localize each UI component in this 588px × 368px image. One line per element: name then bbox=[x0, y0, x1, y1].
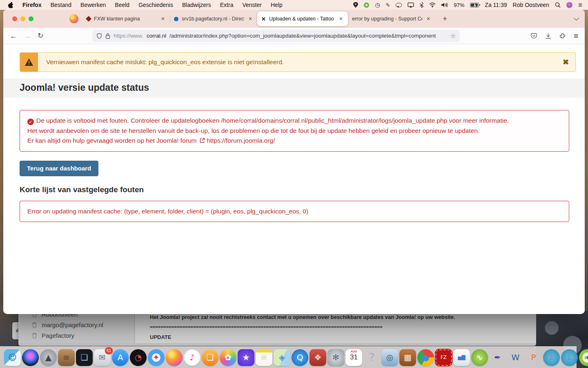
dock-powerpoint-icon[interactable]: P bbox=[525, 349, 542, 366]
url-bar[interactable]: https://www.corral.nl/administrator/inde… bbox=[92, 30, 460, 42]
url-path: /administrator/index.php?option=com_joom… bbox=[169, 33, 436, 39]
dock-firefox-icon[interactable] bbox=[166, 349, 183, 366]
error-line-1: ✓De update is voltooid met fouten. Contr… bbox=[27, 116, 561, 126]
volume-icon[interactable] bbox=[441, 2, 448, 7]
app-menu-icon[interactable]: ≡ bbox=[574, 32, 578, 40]
blue-circle-favicon bbox=[174, 17, 178, 21]
dock-keynote-icon[interactable]: ▦ bbox=[399, 349, 416, 366]
download-icon[interactable] bbox=[545, 33, 551, 39]
spotlight-search-icon[interactable] bbox=[555, 2, 561, 8]
minimize-window-button[interactable] bbox=[20, 16, 25, 21]
airplay-display-icon[interactable] bbox=[408, 2, 414, 8]
time-machine-icon[interactable]: ◷ bbox=[375, 2, 380, 8]
navigation-toolbar: ← → ↻ https://www.corral.nl/administrato… bbox=[3, 28, 585, 44]
list-all-tabs-chevron-icon[interactable] bbox=[574, 16, 579, 21]
tab-joomla-update-active[interactable]: ✕ Uploaden & updaten - Tattoo & ✕ bbox=[257, 11, 348, 26]
tab-close-icon[interactable]: ✕ bbox=[160, 16, 166, 22]
dock-filezilla-icon[interactable]: FZ bbox=[435, 349, 452, 366]
dock-preview-icon[interactable]: ◎ bbox=[381, 349, 398, 366]
menu-bestand[interactable]: Bestand bbox=[51, 2, 71, 8]
forward-button[interactable]: → bbox=[24, 32, 31, 40]
dock-green-swoosh-app-icon[interactable]: ∿ bbox=[471, 349, 488, 366]
dock-dashboard-icon[interactable]: ◔ bbox=[130, 349, 147, 366]
error-line-2: Het wordt aanbevolen om de site te herst… bbox=[27, 126, 561, 136]
back-button[interactable]: ← bbox=[10, 32, 17, 40]
error-check-icon: ✓ bbox=[27, 119, 34, 125]
wifi-icon[interactable] bbox=[429, 2, 436, 7]
battery-percentage: 97% bbox=[454, 2, 464, 8]
dock-remote-sync-1-icon[interactable]: ⇓ bbox=[543, 349, 560, 366]
tab-close-icon[interactable]: ✕ bbox=[247, 16, 253, 22]
extensions-puzzle-icon[interactable] bbox=[559, 33, 566, 39]
menu-bladwijzers[interactable]: Bladwijzers bbox=[182, 2, 211, 8]
dock-quicktime-icon[interactable]: Q bbox=[292, 349, 308, 366]
dock-launchpad-icon[interactable]: ▲ bbox=[40, 349, 57, 366]
pencil-icon[interactable]: ✎ bbox=[385, 2, 390, 8]
dock: ☺▲≡❏✉61A◔✦♪❏✿★≡◈Q❖✻AUG31?◎▦●FZ▅▇∿✒WP⇓⇓❧≈… bbox=[0, 346, 577, 368]
dock-photo-booth-icon[interactable]: ❖ bbox=[310, 349, 326, 366]
menu-app-name[interactable]: Firefox bbox=[22, 2, 42, 8]
menu-clock[interactable]: Za 11:39 bbox=[485, 2, 507, 8]
dock-finder-icon[interactable]: ☺ bbox=[4, 349, 21, 366]
dock-calendar-icon[interactable]: AUG31 bbox=[345, 349, 362, 366]
bluetooth-icon[interactable] bbox=[420, 2, 423, 8]
dock-photos-icon[interactable]: ✿ bbox=[220, 349, 236, 366]
mail-body-line: Het Joomla! project zal nooit rechtstree… bbox=[150, 314, 536, 320]
update-error-box: ✓De update is voltooid met fouten. Contr… bbox=[20, 110, 569, 152]
lock-icon[interactable] bbox=[105, 33, 110, 39]
error-line-3: Er kan altijd om hulp gevraagd worden op… bbox=[27, 136, 561, 146]
tab-support-centre[interactable]: error by upgrading - Support Centra ✕ bbox=[348, 12, 435, 26]
reload-button[interactable]: ↻ bbox=[38, 32, 43, 39]
trash-icon bbox=[32, 332, 37, 339]
dock-imovie-icon[interactable]: ★ bbox=[238, 349, 254, 366]
menu-venster[interactable]: Venster bbox=[242, 2, 261, 8]
apple-menu-icon[interactable] bbox=[8, 2, 13, 8]
joomla-forum-link[interactable]: https://forum.joomla.org/ bbox=[207, 137, 275, 144]
tracking-protection-icon[interactable] bbox=[96, 33, 102, 39]
dock-siri-icon[interactable] bbox=[22, 349, 39, 366]
tab-close-icon[interactable]: ✕ bbox=[338, 16, 344, 22]
close-window-button[interactable] bbox=[12, 16, 17, 21]
speech-bubble-icon[interactable] bbox=[396, 3, 402, 7]
dock-charts-app-icon[interactable]: ▅▇ bbox=[453, 349, 470, 366]
dock-system-preferences-icon[interactable]: ✻ bbox=[327, 349, 344, 366]
dock-itunes-icon[interactable]: ♪ bbox=[184, 349, 200, 366]
back-to-dashboard-button[interactable]: Terug naar dashboard bbox=[20, 161, 98, 176]
mail-list-item[interactable]: margo@pagefactory.nl bbox=[18, 319, 134, 330]
error-list-box: Error on updating manifest cache: (type,… bbox=[20, 201, 569, 222]
menu-user-name[interactable]: Rob Oostveen bbox=[513, 2, 550, 8]
warning-close-button[interactable]: ✖ bbox=[563, 58, 569, 66]
dock-notes-icon[interactable]: ≡ bbox=[256, 349, 272, 366]
warning-banner: Vernieuwen manifest cache mislukt: plg_q… bbox=[20, 52, 576, 72]
menu-extra[interactable]: Extra bbox=[220, 2, 234, 8]
pin-shield-icon[interactable] bbox=[353, 2, 358, 8]
menu-geschiedenis[interactable]: Geschiedenis bbox=[138, 2, 173, 8]
pocket-icon[interactable] bbox=[531, 33, 537, 39]
green-app-status-icon[interactable] bbox=[364, 2, 369, 8]
dock-safari-icon[interactable]: ✦ bbox=[148, 349, 165, 366]
bookmark-star-icon[interactable]: ☆ bbox=[450, 32, 456, 40]
dock-contacts-icon[interactable]: ≡ bbox=[58, 349, 75, 366]
dock-maps-icon[interactable]: ◈ bbox=[274, 349, 290, 366]
tab-directadmin[interactable]: srv1b.pagefactory.nl - DirectAd ✕ bbox=[170, 12, 257, 26]
dock-mission-control-icon[interactable]: ❏ bbox=[76, 349, 93, 366]
dock-chrome-icon[interactable]: ● bbox=[417, 349, 434, 366]
notification-center-icon[interactable]: ≡ bbox=[578, 2, 582, 9]
dock-ink-quill-app-icon[interactable]: ✒ bbox=[489, 349, 506, 366]
dock-unknown-app-icon[interactable]: ? bbox=[363, 349, 380, 366]
dock-word-icon[interactable]: W bbox=[507, 349, 524, 366]
dock-remote-sync-2-icon[interactable]: ⇓ bbox=[561, 349, 578, 366]
mail-list-item[interactable]: Pagefactory bbox=[18, 330, 134, 341]
new-tab-button[interactable]: + bbox=[441, 14, 449, 23]
zoom-window-button[interactable] bbox=[29, 16, 33, 21]
page-title: Joomla! versie update status bbox=[20, 82, 568, 93]
dock-ibooks-icon[interactable]: ❏ bbox=[202, 349, 218, 366]
tab-close-icon[interactable]: ✕ bbox=[425, 16, 431, 22]
siri-icon[interactable] bbox=[566, 2, 572, 8]
menu-beeld[interactable]: Beeld bbox=[115, 2, 129, 8]
menu-bewerken[interactable]: Bewerken bbox=[80, 2, 106, 8]
dock-mail-icon[interactable]: ✉61 bbox=[94, 349, 111, 366]
menu-help[interactable]: Help bbox=[271, 2, 283, 8]
dock-app-store-icon[interactable]: A bbox=[112, 349, 129, 366]
tab-fxw-klanten[interactable]: FXW klanten pagina ✕ bbox=[82, 12, 170, 26]
